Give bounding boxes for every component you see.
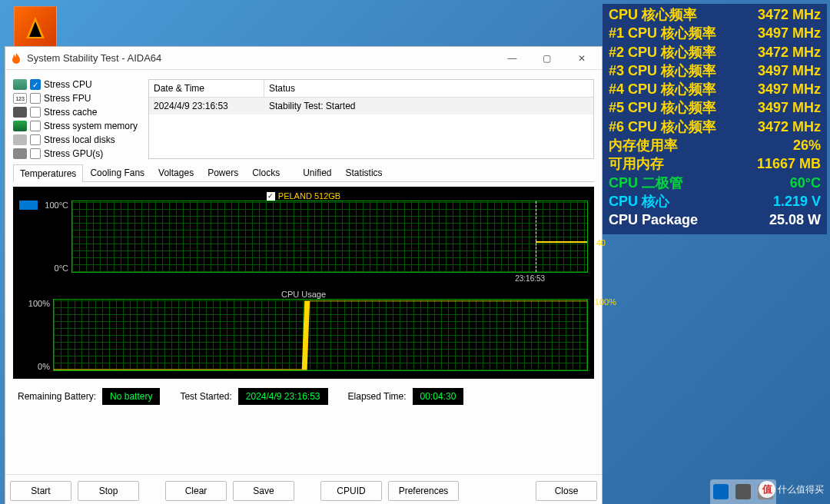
preferences-button[interactable]: Preferences — [388, 481, 459, 501]
tab-powers[interactable]: Powers — [201, 164, 245, 181]
overlay-row: CPU 核心1.219 V — [609, 192, 821, 211]
usage-ymax: 100% — [19, 299, 50, 308]
tab-voltages[interactable]: Voltages — [151, 164, 201, 181]
tab-unified[interactable]: Unified — [296, 164, 338, 181]
overlay-label: #4 CPU 核心频率 — [609, 80, 716, 98]
chart-area: ✓PELAND 512GB 100°C0°C 40 23:16:53 CPU U… — [13, 187, 594, 379]
overlay-label: CPU 核心频率 — [609, 5, 697, 24]
overlay-value: 11667 MB — [757, 154, 821, 173]
stress-cache-label: Stress cache — [44, 107, 97, 118]
stop-button[interactable]: Stop — [78, 481, 139, 501]
overlay-label: #6 CPU 核心频率 — [609, 118, 716, 136]
memory-icon — [13, 121, 27, 131]
stress-gpu-checkbox[interactable] — [30, 148, 41, 159]
overlay-value: 3497 MHz — [758, 61, 821, 80]
overlay-row: #1 CPU 核心频率3497 MHz — [609, 24, 821, 42]
overlay-row: #5 CPU 核心频率3497 MHz — [609, 98, 821, 117]
overlay-label: 可用内存 — [609, 154, 664, 173]
gpu-icon — [13, 148, 27, 159]
temp-ymax: 100°C — [39, 201, 68, 210]
log-status-cell: Stability Test: Started — [264, 98, 360, 114]
started-label: Test Started: — [180, 391, 231, 402]
battery-value: No battery — [102, 388, 160, 405]
fpu-icon: 123 — [13, 93, 27, 104]
titlebar[interactable]: System Stability Test - AIDA64 — ▢ ✕ — [5, 47, 602, 70]
chart-tabs: Temperatures Cooling Fans Voltages Power… — [13, 164, 594, 182]
overlay-row: 可用内存11667 MB — [609, 154, 821, 173]
stress-cache-checkbox[interactable] — [30, 107, 41, 118]
overlay-value: 3472 MHz — [758, 118, 821, 136]
overlay-row: CPU 二极管60°C — [609, 174, 821, 192]
legend-label: PELAND 512GB — [278, 191, 340, 201]
watermark-badge-icon: 值 — [759, 481, 775, 498]
overlay-row: #3 CPU 核心频率3497 MHz — [609, 61, 821, 80]
overlay-value: 60°C — [790, 174, 821, 192]
status-bar: Remaining Battery: No battery Test Start… — [13, 388, 594, 405]
overlay-label: #5 CPU 核心频率 — [609, 98, 716, 117]
overlay-label: #1 CPU 核心频率 — [609, 24, 716, 42]
stress-fpu-checkbox[interactable] — [30, 93, 41, 104]
elapsed-label: Elapsed Time: — [348, 391, 407, 402]
cpu-icon — [13, 79, 27, 90]
stress-cpu-checkbox[interactable]: ✓ — [30, 79, 41, 90]
log-row[interactable]: 2024/4/9 23:16:53 Stability Test: Starte… — [149, 98, 593, 114]
maximize-button[interactable]: ▢ — [530, 48, 564, 69]
overlay-value: 1.219 V — [773, 192, 821, 211]
tab-temperatures[interactable]: Temperatures — [13, 164, 83, 182]
tab-statistics[interactable]: Statistics — [339, 164, 390, 181]
save-button[interactable]: Save — [233, 481, 294, 501]
overlay-value: 3497 MHz — [758, 80, 821, 98]
overlay-value: 3497 MHz — [758, 98, 821, 117]
aida64-desktop-icon[interactable] — [14, 6, 57, 49]
temp-line — [536, 241, 587, 243]
overlay-label: CPU 二极管 — [609, 174, 683, 192]
usage-value-label: 100% — [595, 297, 616, 307]
overlay-row: #2 CPU 核心频率3472 MHz — [609, 43, 821, 61]
elapsed-value: 00:04:30 — [413, 388, 464, 405]
stress-memory-label: Stress system memory — [44, 121, 138, 131]
window-title: System Stability Test - AIDA64 — [27, 52, 495, 64]
cache-icon — [13, 107, 27, 118]
overlay-label: #2 CPU 核心频率 — [609, 43, 716, 61]
minimize-button[interactable]: — — [495, 48, 530, 69]
overlay-row: 内存使用率26% — [609, 136, 821, 154]
time-marker — [536, 201, 536, 272]
overlay-value: 26% — [793, 136, 821, 154]
legend-checkbox[interactable]: ✓ — [267, 192, 275, 201]
stress-memory-checkbox[interactable] — [30, 121, 41, 131]
cpu-usage-line — [54, 300, 587, 370]
temp-time-label: 23:16:53 — [515, 274, 545, 283]
stress-options: ✓Stress CPU 123Stress FPU Stress cache S… — [13, 79, 141, 159]
overlay-row: #6 CPU 核心频率3472 MHz — [609, 118, 821, 136]
close-button[interactable]: Close — [536, 481, 597, 501]
overlay-value: 3472 MHz — [758, 43, 821, 61]
cpuid-button[interactable]: CPUID — [320, 481, 382, 501]
tab-cooling-fans[interactable]: Cooling Fans — [83, 164, 151, 181]
overlay-value: 25.08 W — [769, 211, 821, 229]
overlay-row: CPU 核心频率3472 MHz — [609, 5, 821, 24]
watermark-text: 什么值得买 — [778, 483, 824, 496]
battery-label: Remaining Battery: — [18, 391, 96, 402]
overlay-row: #4 CPU 核心频率3497 MHz — [609, 80, 821, 98]
temp-value-label: 40 — [596, 238, 606, 247]
start-button[interactable]: Start — [10, 481, 71, 501]
stress-cpu-label: Stress CPU — [44, 79, 92, 90]
log-header-date: Date & Time — [149, 80, 264, 97]
overlay-value: 3497 MHz — [758, 24, 821, 42]
temp-sidebar — [19, 201, 38, 273]
overlay-label: #3 CPU 核心频率 — [609, 61, 716, 80]
overlay-label: CPU Package — [609, 211, 698, 229]
stress-gpu-label: Stress GPU(s) — [44, 148, 103, 159]
overlay-value: 3472 MHz — [758, 5, 821, 24]
stress-disk-checkbox[interactable] — [30, 134, 41, 145]
aida64-window: System Stability Test - AIDA64 — ▢ ✕ ✓St… — [5, 46, 603, 504]
clear-button[interactable]: Clear — [165, 481, 227, 501]
watermark: 值 什么值得买 — [759, 481, 824, 498]
log-header-status: Status — [264, 80, 300, 97]
event-log: Date & Time Status 2024/4/9 23:16:53 Sta… — [148, 79, 594, 159]
tab-clocks[interactable]: Clocks — [245, 164, 287, 181]
temperature-chart: ✓PELAND 512GB 100°C0°C 40 23:16:53 — [19, 191, 588, 273]
app-icon — [10, 52, 22, 65]
button-bar: Start Stop Clear Save CPUID Preferences … — [5, 474, 602, 504]
close-window-button[interactable]: ✕ — [564, 48, 599, 69]
